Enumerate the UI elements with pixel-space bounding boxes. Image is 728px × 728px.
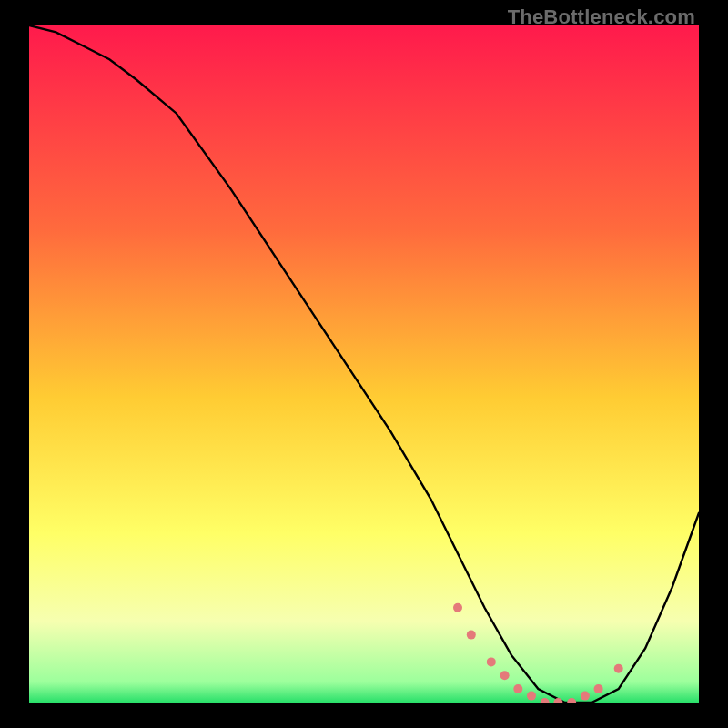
optimal-range-dot <box>513 684 522 693</box>
optimal-range-dot <box>500 671 510 680</box>
optimal-range-dot <box>614 664 623 673</box>
optimal-range-dot <box>527 692 536 701</box>
bottleneck-curve <box>29 25 699 703</box>
optimal-range-dot <box>453 603 462 612</box>
optimal-range-dot <box>594 684 603 693</box>
chart-plot-area <box>29 25 699 703</box>
optimal-range-dot <box>541 698 550 703</box>
optimal-range-dot <box>581 692 590 701</box>
watermark-text: TheBottleneck.com <box>508 5 695 29</box>
optimal-range-dot <box>567 698 576 703</box>
optimal-range-dot <box>467 631 476 640</box>
optimal-range-dot <box>487 657 496 666</box>
